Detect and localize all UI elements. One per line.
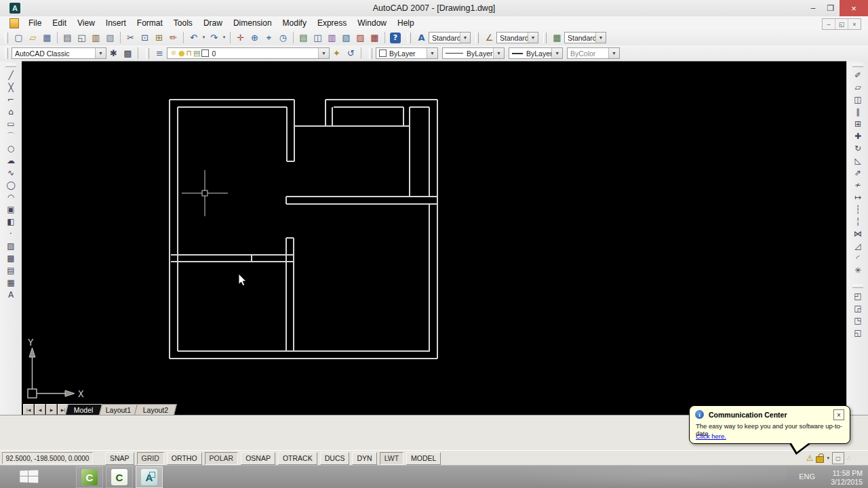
chevron-down-icon[interactable]: ▼ [493, 48, 504, 58]
workspace-settings-icon[interactable]: ✱ [106, 47, 121, 60]
spline-button[interactable]: ∿ [3, 167, 18, 179]
toolbar-grip[interactable] [5, 33, 8, 43]
toggle-otrack[interactable]: OTRACK [278, 452, 317, 465]
table-button[interactable]: ▦ [3, 277, 18, 289]
tool-palettes-button[interactable]: ▥ [325, 31, 339, 45]
toolbar-grip[interactable] [475, 33, 479, 43]
extend-button[interactable]: ↦ [850, 191, 865, 203]
qnew-button[interactable]: ▢ [12, 31, 26, 45]
undo-button[interactable]: ↶ [186, 31, 201, 45]
open-button[interactable]: ▱ [26, 31, 40, 45]
dropdown-caret-icon[interactable]: ▾ [201, 31, 207, 45]
chevron-down-icon[interactable]: ▼ [595, 33, 606, 43]
mdi-minimize-button[interactable]: – [823, 19, 835, 29]
offset-button[interactable]: ∥ [850, 106, 865, 118]
color-combo[interactable]: ByLayer ▼ [376, 47, 438, 59]
pan-realtime-button[interactable]: ✛ [233, 31, 248, 45]
toggle-ortho[interactable]: ORTHO [167, 452, 202, 465]
toggle-grid[interactable]: GRID [137, 452, 164, 465]
layer-combo[interactable]: ☼●⊓▤ 0 ▼ [167, 47, 330, 59]
menu-edit[interactable]: Edit [47, 17, 72, 29]
toolbar-grip[interactable] [852, 285, 863, 288]
menu-dimension[interactable]: Dimension [228, 17, 277, 29]
move-button[interactable]: ✚ [850, 130, 865, 142]
ellipse-button[interactable]: ◯ [3, 179, 18, 191]
quickcalc-button[interactable]: ▦ [368, 31, 382, 45]
point-button[interactable]: · [3, 228, 18, 240]
chevron-down-icon[interactable]: ▼ [95, 48, 106, 58]
tab-first-button[interactable]: |◀ [23, 404, 34, 415]
plot-preview-button[interactable]: ◱ [75, 31, 89, 45]
stretch-button[interactable]: ⇗ [850, 167, 865, 179]
bring-to-front-button[interactable]: ◰ [850, 290, 865, 302]
camtasia-recorder-taskbar-button[interactable]: C [76, 466, 103, 488]
minimize-button[interactable]: – [804, 0, 822, 16]
insert-block-button[interactable]: ▣ [3, 203, 18, 216]
toolbar-grip[interactable] [852, 64, 863, 67]
toggle-ducs[interactable]: DUCS [320, 452, 350, 465]
revcloud-button[interactable]: ☁ [3, 155, 18, 167]
ellipse-arc-button[interactable]: ◠ [3, 191, 18, 203]
construction-line-button[interactable]: ╳ [3, 81, 18, 94]
chevron-down-icon[interactable]: ▼ [318, 48, 329, 58]
zoom-realtime-button[interactable]: ⊕ [248, 31, 262, 45]
mirror-button[interactable]: ◫ [850, 94, 865, 106]
paste-button[interactable]: ⊞ [152, 31, 166, 45]
start-button[interactable] [20, 470, 39, 483]
zoom-window-button[interactable]: ⌖ [262, 31, 276, 45]
polyline-button[interactable]: ⌐ [3, 94, 18, 106]
mdi-close-button[interactable]: × [848, 19, 861, 29]
menu-file[interactable]: File [23, 17, 47, 29]
make-object-layer-current-icon[interactable]: ✦ [330, 47, 344, 60]
tab-layout1[interactable]: Layout1 [97, 404, 140, 415]
coordinate-display[interactable]: 92.5000, -198.5000, 0.0000 [2, 452, 93, 464]
menu-help[interactable]: Help [392, 17, 420, 29]
match-properties-button[interactable]: ✏ [166, 31, 180, 45]
scale-button[interactable]: ◺ [850, 155, 865, 167]
menu-modify[interactable]: Modify [277, 17, 312, 29]
autocad-taskbar-button[interactable]: A [136, 466, 163, 488]
chevron-down-icon[interactable]: ▼ [427, 48, 437, 58]
3d-dwf-publish-button[interactable]: ▧ [103, 31, 117, 45]
toolbar-grip[interactable] [5, 48, 8, 59]
rotate-button[interactable]: ↻ [850, 142, 865, 155]
layer-previous-icon[interactable]: ↺ [344, 47, 358, 60]
toolbar-lock-icon[interactable] [816, 456, 824, 463]
region-button[interactable]: ▤ [3, 264, 18, 277]
help-button[interactable]: ? [390, 33, 401, 43]
properties-button[interactable]: ▤ [296, 31, 311, 45]
line-button[interactable]: ╱ [3, 69, 18, 81]
explode-button[interactable]: ✳ [850, 264, 865, 277]
erase-button[interactable]: ✐ [850, 69, 865, 81]
polygon-button[interactable]: ⌂ [3, 106, 18, 118]
redo-button[interactable]: ↷ [207, 31, 221, 45]
toggle-dyn[interactable]: DYN [352, 452, 376, 465]
tab-next-button[interactable]: ▶ [46, 404, 57, 415]
balloon-link[interactable]: Click here. [696, 432, 726, 440]
lineweight-combo[interactable]: ByLayer ▼ [509, 47, 563, 59]
toolbar-grip[interactable] [5, 64, 16, 67]
zoom-previous-button[interactable]: ◷ [276, 31, 290, 45]
toolbar-grip[interactable] [146, 48, 149, 59]
language-indicator[interactable]: ENG [799, 472, 815, 481]
drawing-canvas[interactable]: YX [22, 61, 846, 415]
chevron-down-icon[interactable]: ▼ [608, 48, 619, 58]
workspace-combo[interactable]: AutoCAD Classic ▼ [12, 47, 106, 59]
sheetset-manager-button[interactable]: ▧ [339, 31, 353, 45]
camtasia-studio-taskbar-button[interactable]: C [106, 466, 133, 488]
dropdown-caret-icon[interactable]: ▾ [221, 31, 227, 45]
arc-button[interactable]: ⌒ [3, 130, 18, 142]
designcenter-button[interactable]: ◫ [311, 31, 325, 45]
maximize-button[interactable]: ❒ [822, 0, 840, 16]
send-to-back-button[interactable]: ◲ [850, 302, 865, 314]
save-button[interactable]: ▦ [40, 31, 54, 45]
layer-properties-manager-icon[interactable]: ≡ [153, 47, 167, 60]
fillet-button[interactable]: ◜ [850, 252, 865, 264]
copy-button[interactable]: ▱ [850, 81, 865, 94]
toolbar-grip[interactable] [408, 33, 411, 43]
make-block-button[interactable]: ◧ [3, 216, 18, 228]
clean-screen-button[interactable]: ▢ [832, 452, 844, 464]
gradient-button[interactable]: ▩ [3, 252, 18, 264]
break-button[interactable]: ╎ [850, 216, 865, 228]
menu-tools[interactable]: Tools [168, 17, 198, 29]
